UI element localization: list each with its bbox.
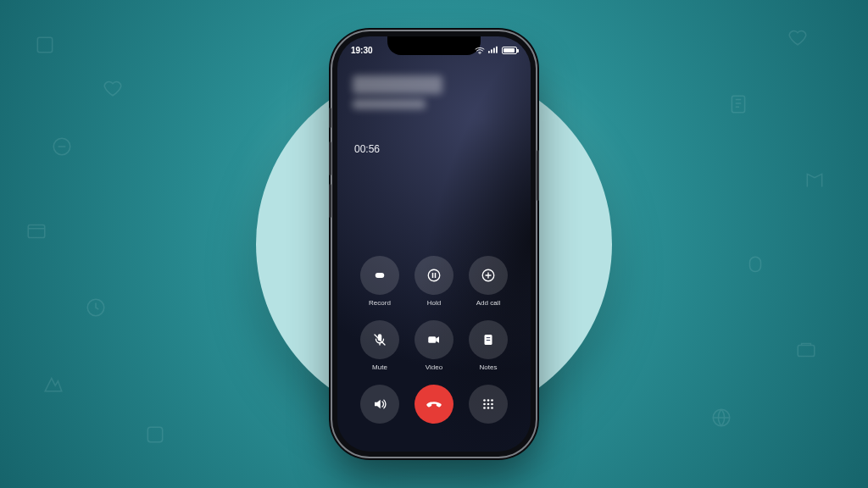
add-call-button[interactable] [469, 256, 508, 295]
svg-rect-13 [376, 273, 385, 278]
phone-hangup-icon [425, 395, 443, 413]
keypad-button[interactable] [469, 385, 508, 424]
svg-rect-18 [428, 336, 436, 343]
svg-point-29 [487, 407, 490, 409]
svg-point-25 [483, 403, 486, 406]
end-call-control [409, 385, 459, 428]
keypad-control [463, 385, 514, 428]
record-icon [372, 268, 387, 283]
svg-point-24 [491, 399, 493, 402]
wifi-icon [475, 46, 485, 54]
battery-icon [502, 47, 517, 54]
svg-point-22 [483, 399, 486, 402]
svg-point-3 [87, 299, 104, 316]
phone-frame: 19:30 00:56 Record [332, 31, 536, 457]
speaker-icon [372, 396, 387, 412]
svg-rect-15 [432, 273, 434, 278]
volume-down-button [329, 184, 331, 218]
record-button[interactable] [360, 256, 399, 295]
end-call-button[interactable] [415, 385, 453, 424]
mute-button[interactable] [360, 320, 399, 359]
svg-rect-4 [147, 427, 162, 441]
volume-up-button [329, 141, 331, 175]
svg-rect-21 [487, 340, 491, 341]
mute-label: Mute [372, 363, 387, 371]
svg-rect-6 [798, 346, 815, 357]
mute-control: Mute [354, 320, 405, 371]
record-control: Record [354, 256, 405, 307]
svg-point-1 [53, 138, 70, 155]
notes-label: Notes [480, 363, 498, 371]
svg-point-30 [491, 407, 493, 409]
svg-point-27 [491, 403, 493, 406]
notes-button[interactable] [469, 320, 508, 359]
mic-off-icon [372, 332, 387, 347]
signal-icon [488, 46, 498, 54]
phone-screen: 19:30 00:56 Record [337, 36, 531, 452]
power-button [537, 150, 539, 201]
hold-control: Hold [409, 256, 459, 307]
notes-control: Notes [463, 320, 514, 371]
record-label: Record [369, 299, 391, 307]
svg-point-7 [713, 409, 730, 426]
video-icon [426, 332, 442, 347]
call-duration: 00:56 [354, 143, 380, 155]
svg-rect-9 [488, 51, 490, 53]
status-bar: 19:30 [337, 42, 531, 58]
notes-icon [481, 332, 496, 347]
svg-rect-12 [496, 47, 498, 53]
svg-rect-16 [435, 273, 437, 278]
svg-rect-2 [28, 225, 45, 237]
svg-rect-20 [487, 337, 491, 338]
video-control: Video [409, 320, 459, 371]
stage: 19:30 00:56 Record [0, 0, 868, 488]
svg-point-26 [487, 403, 490, 406]
pause-icon [426, 268, 442, 283]
video-label: Video [426, 363, 442, 371]
speaker-control [354, 385, 405, 428]
side-button [329, 108, 331, 128]
video-button[interactable] [415, 320, 453, 359]
svg-rect-11 [493, 48, 495, 53]
svg-point-28 [483, 407, 486, 409]
hold-button[interactable] [415, 256, 453, 295]
status-time: 19:30 [351, 46, 373, 55]
svg-point-8 [479, 53, 481, 54]
add-call-control: Add call [463, 256, 514, 307]
svg-rect-5 [732, 96, 744, 113]
add-call-label: Add call [476, 299, 500, 307]
speaker-button[interactable] [360, 385, 399, 424]
hold-label: Hold [427, 299, 441, 307]
svg-point-14 [428, 269, 440, 281]
call-controls-grid: Record Hold Add call [337, 256, 531, 428]
svg-point-23 [487, 399, 490, 402]
svg-rect-0 [37, 37, 52, 52]
plus-icon [481, 268, 496, 283]
svg-rect-10 [491, 49, 492, 53]
keypad-icon [481, 396, 496, 412]
caller-name-blurred [353, 75, 515, 114]
